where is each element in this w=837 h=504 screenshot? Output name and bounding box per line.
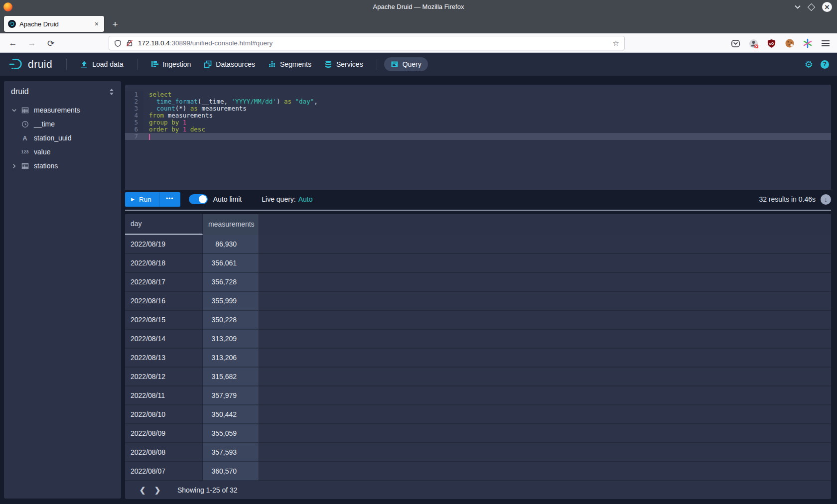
cell-day[interactable]: 2022/08/19 <box>125 235 203 254</box>
brand-text: druid <box>28 58 52 70</box>
cell-day[interactable]: 2022/08/13 <box>125 349 203 368</box>
download-icon[interactable]: ↓ <box>821 194 831 205</box>
cell-day[interactable]: 2022/08/11 <box>125 386 203 405</box>
reload-button[interactable]: ⟳ <box>44 36 58 50</box>
table-row[interactable]: 2022/08/10350,442 <box>125 405 831 424</box>
maximize-icon[interactable] <box>809 4 814 10</box>
cell-measurements[interactable]: 350,442 <box>203 405 259 424</box>
ublock-icon[interactable]: uO <box>766 38 777 49</box>
table-row[interactable]: 2022/08/16355,999 <box>125 292 831 311</box>
editor-line-2[interactable]: 2 time_format(__time, 'YYYY/MM/dd') as "… <box>125 98 831 105</box>
prev-page-icon[interactable]: ❮ <box>135 486 150 495</box>
editor-line-3[interactable]: 3 count(*) as measurements <box>125 105 831 112</box>
next-page-icon[interactable]: ❯ <box>150 486 165 495</box>
cell-measurements[interactable]: 355,999 <box>203 292 259 311</box>
help-icon[interactable]: ? <box>821 60 829 69</box>
cell-measurements[interactable]: 357,593 <box>203 443 259 462</box>
cell-day[interactable]: 2022/08/14 <box>125 330 203 349</box>
cell-measurements[interactable]: 86,930 <box>203 235 259 254</box>
table-row[interactable]: 2022/08/17356,728 <box>125 273 831 292</box>
cell-day[interactable]: 2022/08/07 <box>125 462 203 481</box>
table-row[interactable]: 2022/08/13313,206 <box>125 349 831 368</box>
chevron-down-icon[interactable] <box>9 108 19 113</box>
cell-day[interactable]: 2022/08/12 <box>125 368 203 386</box>
navbar-items: Load dataIngestionDatasourcesSegmentsSer… <box>59 57 428 71</box>
cookie-icon[interactable] <box>784 38 795 49</box>
pane-resize-handle[interactable] <box>125 210 831 211</box>
druid-logo[interactable]: druid <box>8 58 52 71</box>
nav-services[interactable]: Services <box>318 57 370 71</box>
url-bar[interactable]: 172.18.0.4:30899/unified-console.html#qu… <box>109 36 625 50</box>
menu-icon[interactable] <box>820 38 831 49</box>
url-text[interactable]: 172.18.0.4:30899/unified-console.html#qu… <box>138 39 613 47</box>
tab-apache-druid[interactable]: Apache Druid × <box>4 16 104 32</box>
table-body: 2022/08/1986,9302022/08/18356,0612022/08… <box>125 235 831 481</box>
run-more-button[interactable]: ••• <box>159 192 180 207</box>
table-row[interactable]: 2022/08/1986,930 <box>125 235 831 254</box>
forward-button[interactable]: → <box>25 36 39 50</box>
table-row[interactable]: 2022/08/07360,570 <box>125 462 831 481</box>
editor-line-1[interactable]: 1select <box>125 91 831 98</box>
cell-measurements[interactable]: 313,209 <box>203 330 259 349</box>
cell-day[interactable]: 2022/08/09 <box>125 424 203 443</box>
nav-ingestion[interactable]: Ingestion <box>144 57 198 71</box>
cell-measurements[interactable]: 350,228 <box>203 311 259 330</box>
editor-line-6[interactable]: 6order by 1 desc <box>125 126 831 133</box>
table-row[interactable]: 2022/08/12315,682 <box>125 368 831 386</box>
tree-item-stations[interactable]: stations <box>4 159 121 173</box>
bookmark-star-icon[interactable]: ☆ <box>613 39 619 48</box>
editor-line-7[interactable]: 7 <box>125 133 831 140</box>
gear-icon[interactable]: ⚙ <box>805 60 813 69</box>
schema-sidebar: druid measurements__timeAstation_uuid123… <box>4 81 121 499</box>
tab-close-icon[interactable]: × <box>93 20 100 28</box>
account-icon[interactable] <box>748 38 759 49</box>
table-row[interactable]: 2022/08/14313,209 <box>125 330 831 349</box>
chevron-right-icon[interactable] <box>9 163 19 169</box>
cell-measurements[interactable]: 357,979 <box>203 386 259 405</box>
live-query-label[interactable]: Live query:Auto <box>262 195 312 203</box>
tree-item-station-uuid[interactable]: Astation_uuid <box>4 131 121 145</box>
cell-day[interactable]: 2022/08/15 <box>125 311 203 330</box>
tree-item-measurements[interactable]: measurements <box>4 103 121 117</box>
back-button[interactable]: ← <box>6 36 20 50</box>
cell-measurements[interactable]: 356,061 <box>203 254 259 273</box>
nav-datasources[interactable]: Datasources <box>197 57 262 71</box>
run-button[interactable]: ▶ Run <box>125 192 159 207</box>
insecure-lock-icon[interactable] <box>126 39 133 47</box>
nav-segments[interactable]: Segments <box>262 57 318 71</box>
nav-query[interactable]: Query <box>384 57 428 71</box>
table-row[interactable]: 2022/08/08357,593 <box>125 443 831 462</box>
cell-measurements[interactable]: 313,206 <box>203 349 259 368</box>
sort-icon[interactable] <box>109 89 114 95</box>
cell-measurements[interactable]: 356,728 <box>203 273 259 292</box>
cell-measurements[interactable]: 355,059 <box>203 424 259 443</box>
new-tab-button[interactable]: + <box>109 18 122 31</box>
table-header: day measurements <box>125 214 831 235</box>
editor-line-5[interactable]: 5group by 1 <box>125 119 831 126</box>
cell-day[interactable]: 2022/08/16 <box>125 292 203 311</box>
sql-editor[interactable]: 1select2 time_format(__time, 'YYYY/MM/dd… <box>125 85 831 190</box>
asterisk-icon[interactable] <box>802 38 813 49</box>
cell-day[interactable]: 2022/08/08 <box>125 443 203 462</box>
auto-limit-toggle[interactable] <box>189 194 208 204</box>
table-row[interactable]: 2022/08/09355,059 <box>125 424 831 443</box>
column-header-measurements[interactable]: measurements <box>203 214 259 235</box>
column-header-day[interactable]: day <box>125 214 203 235</box>
text-cursor <box>149 134 150 140</box>
cell-day[interactable]: 2022/08/10 <box>125 405 203 424</box>
pocket-icon[interactable] <box>730 38 741 49</box>
cell-day[interactable]: 2022/08/18 <box>125 254 203 273</box>
tree-item-value[interactable]: 123value <box>4 145 121 159</box>
editor-line-4[interactable]: 4from measurements <box>125 112 831 119</box>
minimize-icon[interactable] <box>795 5 801 9</box>
cell-day[interactable]: 2022/08/17 <box>125 273 203 292</box>
nav-load-data[interactable]: Load data <box>74 57 130 71</box>
table-row[interactable]: 2022/08/15350,228 <box>125 311 831 330</box>
table-row[interactable]: 2022/08/11357,979 <box>125 386 831 405</box>
cell-measurements[interactable]: 315,682 <box>203 368 259 386</box>
table-row[interactable]: 2022/08/18356,061 <box>125 254 831 273</box>
cell-measurements[interactable]: 360,570 <box>203 462 259 481</box>
close-icon[interactable]: ✕ <box>822 2 832 12</box>
tree-item--time[interactable]: __time <box>4 117 121 131</box>
shield-icon[interactable] <box>114 39 122 47</box>
